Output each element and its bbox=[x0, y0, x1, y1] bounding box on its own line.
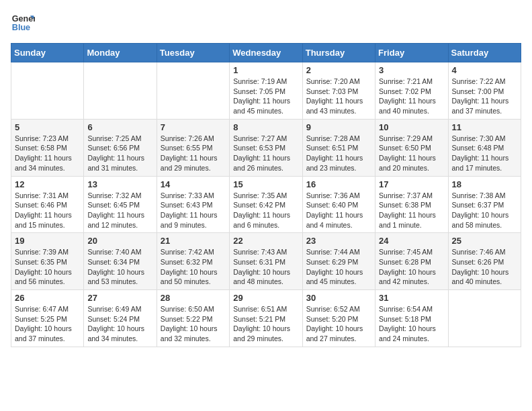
day-number: 26 bbox=[15, 293, 80, 303]
day-number: 17 bbox=[379, 179, 444, 189]
day-info: Sunrise: 7:27 AM Sunset: 6:53 PM Dayligh… bbox=[233, 134, 298, 173]
day-info: Sunrise: 7:25 AM Sunset: 6:56 PM Dayligh… bbox=[87, 134, 152, 173]
calendar-cell: 22Sunrise: 7:43 AM Sunset: 6:31 PM Dayli… bbox=[230, 233, 302, 290]
day-info: Sunrise: 7:45 AM Sunset: 6:28 PM Dayligh… bbox=[379, 247, 444, 287]
day-info: Sunrise: 7:22 AM Sunset: 7:00 PM Dayligh… bbox=[452, 77, 517, 116]
calendar-cell bbox=[157, 62, 229, 120]
weekday-header: Sunday bbox=[11, 44, 84, 62]
calendar-week-row: 26Sunrise: 6:47 AM Sunset: 5:25 PM Dayli… bbox=[11, 290, 521, 347]
day-info: Sunrise: 7:26 AM Sunset: 6:55 PM Dayligh… bbox=[161, 134, 226, 173]
weekday-header: Friday bbox=[375, 44, 448, 62]
calendar-cell: 16Sunrise: 7:36 AM Sunset: 6:40 PM Dayli… bbox=[302, 176, 375, 233]
day-info: Sunrise: 7:28 AM Sunset: 6:51 PM Dayligh… bbox=[306, 134, 371, 173]
day-number: 5 bbox=[15, 122, 80, 132]
day-info: Sunrise: 7:42 AM Sunset: 6:32 PM Dayligh… bbox=[161, 247, 226, 287]
calendar-cell: 3Sunrise: 7:21 AM Sunset: 7:02 PM Daylig… bbox=[375, 62, 448, 120]
day-number: 10 bbox=[379, 122, 444, 132]
day-number: 19 bbox=[15, 236, 80, 246]
calendar-cell bbox=[11, 62, 84, 120]
logo: General Blue bbox=[11, 11, 35, 35]
page-header: General Blue bbox=[11, 11, 521, 35]
day-info: Sunrise: 7:33 AM Sunset: 6:43 PM Dayligh… bbox=[161, 191, 226, 230]
day-info: Sunrise: 6:54 AM Sunset: 5:18 PM Dayligh… bbox=[379, 304, 444, 344]
day-info: Sunrise: 7:20 AM Sunset: 7:03 PM Dayligh… bbox=[306, 77, 371, 116]
day-info: Sunrise: 7:19 AM Sunset: 7:05 PM Dayligh… bbox=[233, 77, 298, 116]
day-number: 23 bbox=[306, 236, 371, 246]
day-number: 7 bbox=[161, 122, 226, 132]
day-info: Sunrise: 7:35 AM Sunset: 6:42 PM Dayligh… bbox=[233, 191, 298, 230]
day-number: 2 bbox=[306, 65, 371, 75]
day-info: Sunrise: 7:38 AM Sunset: 6:37 PM Dayligh… bbox=[452, 191, 517, 230]
weekday-header: Wednesday bbox=[230, 44, 302, 62]
calendar-cell: 14Sunrise: 7:33 AM Sunset: 6:43 PM Dayli… bbox=[157, 176, 229, 233]
day-info: Sunrise: 6:50 AM Sunset: 5:22 PM Dayligh… bbox=[161, 304, 226, 344]
weekday-header: Saturday bbox=[448, 44, 521, 62]
calendar-cell: 9Sunrise: 7:28 AM Sunset: 6:51 PM Daylig… bbox=[302, 119, 375, 176]
day-number: 18 bbox=[452, 179, 517, 189]
weekday-header: Thursday bbox=[302, 44, 375, 62]
calendar-table: SundayMondayTuesdayWednesdayThursdayFrid… bbox=[11, 43, 521, 347]
day-info: Sunrise: 6:52 AM Sunset: 5:20 PM Dayligh… bbox=[306, 304, 371, 344]
calendar-cell: 29Sunrise: 6:51 AM Sunset: 5:21 PM Dayli… bbox=[230, 290, 302, 347]
calendar-week-row: 12Sunrise: 7:31 AM Sunset: 6:46 PM Dayli… bbox=[11, 176, 521, 233]
day-number: 3 bbox=[379, 65, 444, 75]
weekday-header: Monday bbox=[84, 44, 157, 62]
day-info: Sunrise: 7:37 AM Sunset: 6:38 PM Dayligh… bbox=[379, 191, 444, 230]
calendar-cell bbox=[84, 62, 157, 120]
calendar-cell: 7Sunrise: 7:26 AM Sunset: 6:55 PM Daylig… bbox=[157, 119, 229, 176]
calendar-cell: 19Sunrise: 7:39 AM Sunset: 6:35 PM Dayli… bbox=[11, 233, 84, 290]
calendar-cell: 5Sunrise: 7:23 AM Sunset: 6:58 PM Daylig… bbox=[11, 119, 84, 176]
calendar-cell: 10Sunrise: 7:29 AM Sunset: 6:50 PM Dayli… bbox=[375, 119, 448, 176]
calendar-cell: 28Sunrise: 6:50 AM Sunset: 5:22 PM Dayli… bbox=[157, 290, 229, 347]
day-number: 27 bbox=[87, 293, 152, 303]
day-info: Sunrise: 7:40 AM Sunset: 6:34 PM Dayligh… bbox=[87, 247, 152, 287]
day-number: 25 bbox=[452, 236, 517, 246]
calendar-cell: 4Sunrise: 7:22 AM Sunset: 7:00 PM Daylig… bbox=[448, 62, 521, 120]
day-number: 13 bbox=[87, 179, 152, 189]
day-number: 8 bbox=[233, 122, 298, 132]
day-number: 16 bbox=[306, 179, 371, 189]
calendar-cell: 1Sunrise: 7:19 AM Sunset: 7:05 PM Daylig… bbox=[230, 62, 302, 120]
calendar-cell: 25Sunrise: 7:46 AM Sunset: 6:26 PM Dayli… bbox=[448, 233, 521, 290]
day-info: Sunrise: 7:46 AM Sunset: 6:26 PM Dayligh… bbox=[452, 247, 517, 287]
day-number: 31 bbox=[379, 293, 444, 303]
day-number: 30 bbox=[306, 293, 371, 303]
calendar-cell: 31Sunrise: 6:54 AM Sunset: 5:18 PM Dayli… bbox=[375, 290, 448, 347]
calendar-cell: 6Sunrise: 7:25 AM Sunset: 6:56 PM Daylig… bbox=[84, 119, 157, 176]
calendar-cell: 2Sunrise: 7:20 AM Sunset: 7:03 PM Daylig… bbox=[302, 62, 375, 120]
day-info: Sunrise: 7:43 AM Sunset: 6:31 PM Dayligh… bbox=[233, 247, 298, 287]
calendar-cell: 20Sunrise: 7:40 AM Sunset: 6:34 PM Dayli… bbox=[84, 233, 157, 290]
day-number: 14 bbox=[161, 179, 226, 189]
calendar-cell: 17Sunrise: 7:37 AM Sunset: 6:38 PM Dayli… bbox=[375, 176, 448, 233]
day-number: 22 bbox=[233, 236, 298, 246]
day-info: Sunrise: 6:47 AM Sunset: 5:25 PM Dayligh… bbox=[15, 304, 80, 344]
day-number: 20 bbox=[87, 236, 152, 246]
day-number: 21 bbox=[161, 236, 226, 246]
calendar-cell: 18Sunrise: 7:38 AM Sunset: 6:37 PM Dayli… bbox=[448, 176, 521, 233]
day-info: Sunrise: 7:44 AM Sunset: 6:29 PM Dayligh… bbox=[306, 247, 371, 287]
day-info: Sunrise: 7:32 AM Sunset: 6:45 PM Dayligh… bbox=[87, 191, 152, 230]
calendar-week-row: 5Sunrise: 7:23 AM Sunset: 6:58 PM Daylig… bbox=[11, 119, 521, 176]
calendar-cell: 27Sunrise: 6:49 AM Sunset: 5:24 PM Dayli… bbox=[84, 290, 157, 347]
day-info: Sunrise: 7:39 AM Sunset: 6:35 PM Dayligh… bbox=[15, 247, 80, 287]
day-number: 9 bbox=[306, 122, 371, 132]
day-info: Sunrise: 7:29 AM Sunset: 6:50 PM Dayligh… bbox=[379, 134, 444, 173]
calendar-week-row: 19Sunrise: 7:39 AM Sunset: 6:35 PM Dayli… bbox=[11, 233, 521, 290]
day-number: 11 bbox=[452, 122, 517, 132]
day-number: 1 bbox=[233, 65, 298, 75]
calendar-cell: 13Sunrise: 7:32 AM Sunset: 6:45 PM Dayli… bbox=[84, 176, 157, 233]
day-info: Sunrise: 7:21 AM Sunset: 7:02 PM Dayligh… bbox=[379, 77, 444, 116]
day-number: 4 bbox=[452, 65, 517, 75]
day-info: Sunrise: 7:23 AM Sunset: 6:58 PM Dayligh… bbox=[15, 134, 80, 173]
calendar-header-row: SundayMondayTuesdayWednesdayThursdayFrid… bbox=[11, 44, 521, 62]
day-info: Sunrise: 6:51 AM Sunset: 5:21 PM Dayligh… bbox=[233, 304, 298, 344]
day-number: 12 bbox=[15, 179, 80, 189]
calendar-cell: 11Sunrise: 7:30 AM Sunset: 6:48 PM Dayli… bbox=[448, 119, 521, 176]
weekday-header: Tuesday bbox=[157, 44, 229, 62]
calendar-cell: 26Sunrise: 6:47 AM Sunset: 5:25 PM Dayli… bbox=[11, 290, 84, 347]
day-info: Sunrise: 6:49 AM Sunset: 5:24 PM Dayligh… bbox=[87, 304, 152, 344]
day-number: 6 bbox=[87, 122, 152, 132]
day-number: 29 bbox=[233, 293, 298, 303]
day-info: Sunrise: 7:36 AM Sunset: 6:40 PM Dayligh… bbox=[306, 191, 371, 230]
day-info: Sunrise: 7:31 AM Sunset: 6:46 PM Dayligh… bbox=[15, 191, 80, 230]
